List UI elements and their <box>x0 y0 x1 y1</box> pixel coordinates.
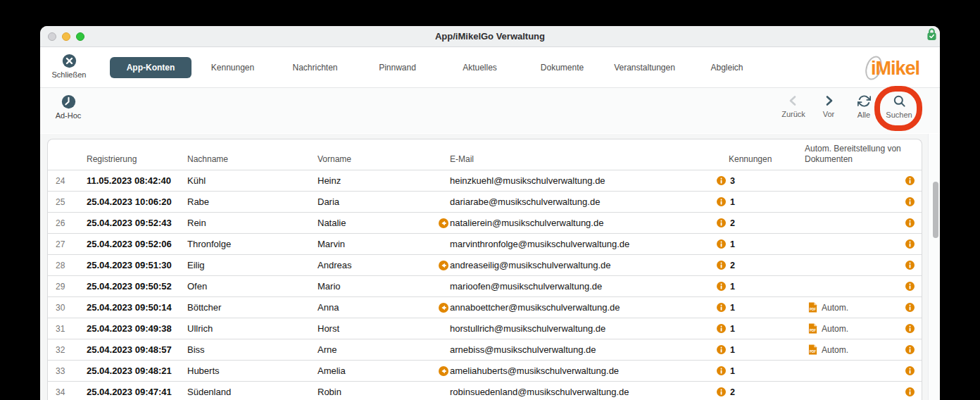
tab-app-konten[interactable]: App-Konten <box>110 57 191 78</box>
table-row[interactable]: 27 25.04.2023 09:52:06 Thronfolge Marvin… <box>48 233 922 254</box>
table-row[interactable]: 25 25.04.2023 10:06:20 Rabe Daria dariar… <box>48 191 922 212</box>
tab-label: Kennungen <box>211 63 254 73</box>
info-icon[interactable] <box>717 324 726 333</box>
table-row[interactable]: 26 25.04.2023 09:52:43 Rein Natalie nata… <box>48 212 922 233</box>
close-circle-icon <box>62 54 77 68</box>
info-icon[interactable] <box>905 282 915 291</box>
table-row[interactable]: 33 25.04.2023 09:48:21 Huberts Amelia am… <box>48 360 922 381</box>
cell-kennungen[interactable]: 1 <box>713 345 805 355</box>
info-icon[interactable] <box>717 197 726 206</box>
info-icon[interactable] <box>717 218 726 227</box>
email-text: robinsuedenland@musikschulverwaltung.de <box>450 387 629 397</box>
cell-kennungen[interactable]: 1 <box>713 197 805 207</box>
info-icon[interactable] <box>905 239 915 249</box>
info-icon[interactable] <box>905 324 915 333</box>
cell-kennungen[interactable]: 1 <box>713 366 805 376</box>
cell-kennungen[interactable]: 1 <box>713 324 805 334</box>
cell-row-info[interactable] <box>900 324 922 333</box>
cell-vorname: Heinz <box>318 175 439 186</box>
cell-row-info[interactable] <box>900 261 922 270</box>
cell-nachname: Rabe <box>187 196 318 207</box>
tab-kennungen[interactable]: Kennungen <box>191 57 274 78</box>
table-body: 24 11.05.2023 08:42:40 Kühl Heinz heinzk… <box>48 170 922 400</box>
adhoc-button[interactable]: Ad-Hoc <box>49 94 88 120</box>
table-row[interactable]: 29 25.04.2023 09:50:52 Ofen Mario marioo… <box>48 275 922 296</box>
tab-veranstaltungen[interactable]: Veranstaltungen <box>603 57 686 78</box>
cell-row-info[interactable] <box>900 176 922 185</box>
window-controls <box>48 32 84 41</box>
info-icon[interactable] <box>905 345 915 354</box>
cell-kennungen[interactable]: 1 <box>713 282 805 292</box>
cell-kennungen[interactable]: 1 <box>713 239 805 249</box>
scrollbar-thumb[interactable] <box>933 182 938 238</box>
nav-button-alle[interactable]: Alle <box>846 94 881 119</box>
cell-nachname: Rein <box>187 218 318 228</box>
cell-autom-bereitstellung: PDF Autom. <box>805 344 900 355</box>
table-row[interactable]: 34 25.04.2023 09:47:41 Südenland Robin r… <box>48 381 922 400</box>
nav-button-zurück[interactable]: Zurück <box>776 94 811 119</box>
info-icon[interactable] <box>717 282 726 291</box>
info-icon[interactable] <box>905 366 915 375</box>
info-icon[interactable] <box>905 387 915 396</box>
tab-aktuelles[interactable]: Aktuelles <box>439 57 521 78</box>
cell-registrierung: 25.04.2023 09:47:41 <box>87 387 187 397</box>
tab-pinnwand[interactable]: Pinnwand <box>356 57 439 78</box>
info-icon[interactable] <box>905 261 915 270</box>
cell-row-info[interactable] <box>900 239 922 249</box>
minimize-window-button[interactable] <box>62 32 70 41</box>
cell-row-info[interactable] <box>900 303 922 312</box>
cell-row-info[interactable] <box>900 387 922 396</box>
security-lock-icon <box>926 27 937 41</box>
cell-kennungen[interactable]: 2 <box>713 218 805 228</box>
table-row[interactable]: 28 25.04.2023 09:51:30 Eilig Andreas and… <box>48 254 922 275</box>
info-icon[interactable] <box>717 303 726 312</box>
cell-kennungen[interactable]: 2 <box>713 261 805 270</box>
pdf-file-icon: PDF <box>808 302 817 313</box>
info-icon[interactable] <box>717 387 726 396</box>
nav-button-vor[interactable]: Vor <box>811 94 846 119</box>
info-icon[interactable] <box>717 366 726 375</box>
cell-row-info[interactable] <box>900 197 922 206</box>
cell-vorname: Amelia <box>318 365 439 376</box>
schliessen-button[interactable]: Schließen <box>50 54 88 79</box>
tab-abgleich[interactable]: Abgleich <box>686 57 768 78</box>
info-icon[interactable] <box>905 197 915 206</box>
table-row[interactable]: 24 11.05.2023 08:42:40 Kühl Heinz heinzk… <box>48 170 922 191</box>
nav-button-suchen[interactable]: Suchen <box>881 94 917 119</box>
cell-row-info[interactable] <box>900 345 922 354</box>
cell-row-info[interactable] <box>900 282 922 291</box>
info-icon[interactable] <box>717 345 726 354</box>
cell-row-info[interactable] <box>900 218 922 227</box>
cell-vorname: Daria <box>318 196 439 207</box>
tab-dokumente[interactable]: Dokumente <box>521 57 603 78</box>
cell-nachname: Kühl <box>187 175 318 186</box>
info-icon[interactable] <box>905 303 915 312</box>
search-icon <box>893 94 906 108</box>
info-icon[interactable] <box>717 176 726 185</box>
cell-kennungen[interactable]: 2 <box>713 387 805 397</box>
autom-label: Autom. <box>822 324 848 334</box>
header-vorname: Vorname <box>318 154 439 164</box>
tab-nachrichten[interactable]: Nachrichten <box>274 57 356 78</box>
cell-kennungen[interactable]: 1 <box>713 303 805 313</box>
cell-registrierung: 25.04.2023 09:51:30 <box>87 260 187 270</box>
cell-autom-bereitstellung: PDF Autom. <box>805 323 900 334</box>
cell-row-info[interactable] <box>900 366 922 375</box>
info-icon[interactable] <box>905 176 915 185</box>
info-icon[interactable] <box>905 218 915 227</box>
cell-nachname: Südenland <box>187 387 318 397</box>
close-window-button[interactable] <box>48 32 56 41</box>
kennungen-count: 1 <box>730 303 735 313</box>
vertical-scrollbar[interactable] <box>928 134 940 400</box>
email-forward-icon <box>439 218 448 228</box>
table-row[interactable]: 31 25.04.2023 09:49:38 Ullrich Horst hor… <box>48 318 922 339</box>
maximize-window-button[interactable] <box>76 32 84 41</box>
cell-registrierung: 25.04.2023 10:06:20 <box>87 196 187 207</box>
table-row[interactable]: 30 25.04.2023 09:50:14 Böttcher Anna ann… <box>48 296 922 318</box>
cell-kennungen[interactable]: 3 <box>713 176 805 186</box>
table-row[interactable]: 32 25.04.2023 09:48:57 Biss Arne arnebis… <box>48 339 922 360</box>
email-text: marvinthronfolge@musikschulverwaltung.de <box>450 239 629 249</box>
refresh-icon <box>857 94 871 108</box>
info-icon[interactable] <box>717 261 726 270</box>
info-icon[interactable] <box>717 239 726 249</box>
